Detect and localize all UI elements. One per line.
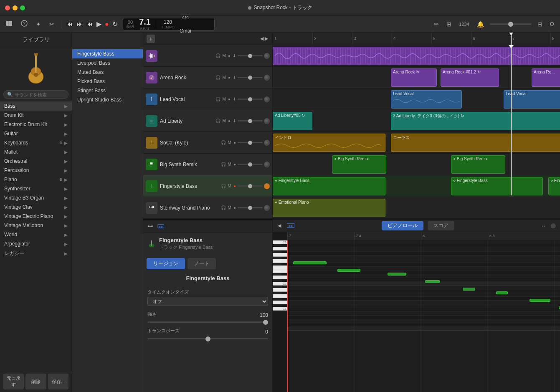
library-item-synthesizer[interactable]: Synthesizer ▶ [0,184,72,193]
library-item-arpeggiator[interactable]: Arpeggiator ▶ [0,239,72,248]
track-steinway-headphone[interactable]: 🎧 [220,205,226,210]
track-arena-rock-headphone[interactable]: 🎧 [215,75,221,80]
key-ab2-black[interactable] [273,257,282,259]
clip-big-synth-2[interactable]: ⋄ Big Synth Remix [451,155,505,174]
library-item-percussion[interactable]: Percussion ▶ [0,166,72,175]
pr-expand-icon[interactable]: ↔ [540,223,547,229]
note-1[interactable] [293,261,327,264]
pr-transpose-slider[interactable] [147,338,268,339]
track-1-mute[interactable]: M [222,53,226,58]
track-ad-liberty-volume-thumb[interactable] [248,119,252,123]
track-big-synth-pan-knob[interactable] [264,162,270,167]
sound-item-upright-studio-bass[interactable]: Upright Studio Bass [72,95,143,104]
key-g2-white[interactable] [273,259,287,263]
clip-fingerstyle-bass-1[interactable]: ⋄ Fingerstyle Bass [273,177,385,195]
track-fingerstyle-bass-record[interactable]: ● [233,183,236,189]
skip-back-button[interactable]: ⏮ [86,20,93,28]
track-big-synth-headphone[interactable]: 🎧 [220,162,226,167]
key-c3-white[interactable]: C3 [273,240,287,244]
track-steinway-pan-knob[interactable] [264,205,270,211]
clip-socal-intro[interactable]: イントロ [273,134,385,152]
note-4[interactable] [425,280,440,283]
track-fingerstyle-bass-pan-knob[interactable] [264,183,270,189]
pr-options-button[interactable] [551,223,556,228]
library-item-electronic-drum-kit[interactable]: Electronic Drum Kit ▶ [0,120,72,129]
headphone-button[interactable]: Ω [548,19,556,29]
track-socal-headphone[interactable]: 🎧 [220,140,226,145]
library-item-bass[interactable]: Bass ▶ [0,101,72,111]
track-lead-vocal-mute[interactable]: M [222,96,226,102]
track-socal-record[interactable]: ● [233,140,236,145]
key-gb2-black[interactable] [273,263,282,266]
clip-fingerstyle-bass-3[interactable]: ⋄ Fingersti... [548,177,560,195]
track-big-synth-record[interactable]: ● [233,162,236,167]
library-item-piano[interactable]: Piano ⊕ ▶ [0,175,72,184]
track-1-download[interactable]: ⬇ [232,53,236,58]
track-header-collapse-icon[interactable]: ◀|▶ [259,35,269,42]
clip-ad-liberty-2[interactable]: 3 Ad Liberty: テイク3 (3個の…イク) ↻ [391,112,560,130]
track-lead-vocal-record[interactable]: ● [228,96,231,102]
note-2[interactable] [337,269,360,272]
piano-roll-midi-icon[interactable]: ◀|▶ [157,223,165,230]
cycle-button[interactable]: ↻ [112,20,118,28]
sound-item-liverpool-bass[interactable]: Liverpool Bass [72,58,143,68]
clip-big-synth-1[interactable]: ⋄ Big Synth Remix [332,155,386,174]
grid-view-button[interactable]: ⊟ [536,19,544,29]
key-b2-white[interactable] [273,247,287,250]
track-socal-mute[interactable]: M [228,140,232,145]
track-big-synth-mute[interactable]: M [228,162,232,167]
track-steinway-record[interactable]: ● [233,205,236,210]
key-ab1-black[interactable] [273,298,282,301]
library-item-vintage-mellotron[interactable]: Vintage Mellotron ▶ [0,221,72,230]
note-5[interactable] [463,288,475,291]
library-item-drumkit[interactable]: Drum Kit ▶ [0,111,72,120]
track-1-record[interactable]: ● [228,53,231,58]
key-b2-black[interactable] [273,244,282,247]
track-1-headphone[interactable]: 🎧 [215,53,221,58]
track-socal-volume-slider[interactable] [238,142,263,143]
track-socal-volume-thumb[interactable] [248,141,252,145]
track-lead-vocal-volume-thumb[interactable] [248,97,252,101]
key-f2-white[interactable] [273,266,287,269]
pr-tab-region[interactable]: リージョン [147,258,185,269]
track-lead-vocal-headphone[interactable]: 🎧 [215,96,221,102]
pr-transpose-thumb[interactable] [205,336,210,341]
track-arena-rock-volume-slider[interactable] [238,77,263,78]
sound-item-fingerstyle-bass[interactable]: Fingerstyle Bass [72,49,143,58]
clip-arena-rock-1[interactable]: Arena Rock ↻ [391,68,437,87]
sound-item-muted-bass[interactable]: Muted Bass [72,68,143,77]
library-item-guitar[interactable]: Guitar ▶ [0,129,72,138]
library-item-world[interactable]: World ▶ [0,230,72,239]
track-steinway-volume-slider[interactable] [238,207,263,208]
clip-steinway[interactable]: ⋄ Emotional Piano [273,199,385,217]
pr-velocity-slider[interactable] [147,321,268,323]
key-c1-white[interactable]: C1 [273,307,287,311]
library-item-vintage-ep[interactable]: Vintage Electric Piano ▶ [0,212,72,221]
track-lead-vocal-volume-slider[interactable] [238,99,263,100]
help-button[interactable]: ? [19,18,29,30]
track-fingerstyle-bass-headphone[interactable]: 🎧 [220,183,226,189]
reset-button[interactable]: 元に戻す [3,374,24,389]
track-steinway-mute[interactable]: M [228,205,232,210]
pr-quantize-select[interactable]: オフ [147,297,268,306]
track-1-volume-thumb[interactable] [248,54,252,58]
track-lead-vocal-pan-knob[interactable] [264,96,270,102]
key-g1-white[interactable] [273,301,287,304]
play-button[interactable]: ▶ [96,20,101,28]
track-arena-rock-volume-thumb[interactable] [248,76,252,80]
track-arena-rock-download[interactable]: ⬇ [232,75,236,80]
track-fingerstyle-bass-volume-slider[interactable] [238,185,263,187]
save-button[interactable]: 保存... [48,374,68,389]
pr-score-tab[interactable]: スコア [428,221,454,230]
track-fingerstyle-bass-mute[interactable]: M [228,183,232,189]
grid-button[interactable]: ⊞ [445,19,453,29]
library-search[interactable]: 🔍 [3,90,68,99]
key-bb1-black[interactable] [273,292,282,294]
track-ad-liberty-volume-slider[interactable] [238,120,263,121]
track-big-synth-volume-slider[interactable] [238,164,263,165]
track-ad-liberty-download[interactable]: ⬇ [232,118,236,124]
library-item-keyboards[interactable]: Keyboards ⊕ ▶ [0,138,72,147]
piano-roll-connect-icon[interactable] [147,223,154,231]
pr-scroll-left[interactable]: ◀ [277,222,282,229]
track-arena-rock-mute[interactable]: M [222,75,226,80]
